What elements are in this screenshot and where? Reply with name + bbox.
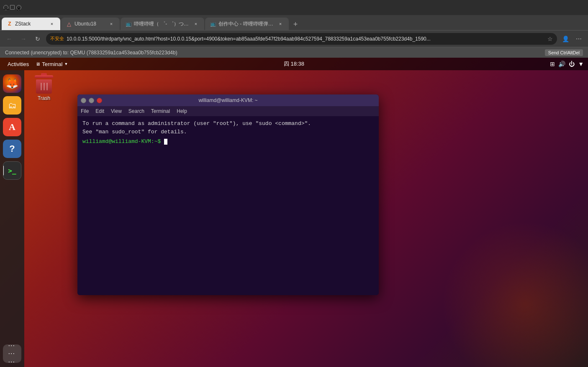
show-apps-button[interactable]: ·········	[3, 344, 21, 363]
tab-close-bili2[interactable]: ×	[277, 20, 284, 27]
dock-item-files[interactable]: 🗂	[3, 96, 21, 115]
tab-label-zstack: ZStack	[15, 21, 46, 27]
panel-clock: 四 18:38	[284, 60, 304, 68]
terminal-prompt: williamd@williamd-KVM:~$	[82, 138, 161, 145]
dock-bottom: ·········	[3, 344, 21, 367]
vnc-status-text: Connected (unencrypted) to: QEMU (788332…	[5, 50, 177, 56]
terminal-titlebar: williamd@williamd-KVM: ~	[77, 94, 379, 106]
terminal-cursor	[164, 139, 167, 145]
tab-favicon-ubuntu18: △	[66, 21, 72, 27]
tab-zstack[interactable]: Z ZStack ×	[2, 18, 60, 30]
tab-favicon-bili1: 📺	[126, 21, 131, 27]
tab-favicon-zstack: Z	[7, 21, 13, 27]
ubuntu-desktop: Activities 🖥 Terminal ▼ 四 18:38 ⊞ 🔊 ⏻ ▼ …	[0, 58, 588, 367]
reload-button[interactable]: ↻	[32, 33, 44, 45]
terminal-prompt-line: williamd@williamd-KVM:~$	[82, 138, 374, 145]
window-controls: ─ ×	[3, 5, 21, 10]
send-ctrlaltdel-button[interactable]: Send CtrlAltDel	[545, 49, 583, 56]
trash-lines	[41, 82, 48, 91]
trash-body	[36, 79, 52, 94]
vnc-banner: Connected (unencrypted) to: QEMU (788332…	[0, 47, 588, 58]
tab-close-zstack[interactable]: ×	[49, 20, 55, 27]
ubuntu-panel: Activities 🖥 Terminal ▼ 四 18:38 ⊞ 🔊 ⏻ ▼	[0, 58, 588, 70]
trash-label: Trash	[38, 95, 50, 101]
nav-bar: ← → ↻ 不安全 10.0.0.15:5000/thirdparty/vnc_…	[0, 30, 588, 47]
minimize-button[interactable]: ─	[3, 5, 8, 10]
address-text: 10.0.0.15:5000/thirdparty/vnc_auto.html?…	[67, 36, 545, 42]
tab-close-bili1[interactable]: ×	[193, 20, 199, 27]
browser-frame: ─ × Z ZStack × △ Ubuntu18 × 📺 哔哩哔哩（ ゜- ゜…	[0, 0, 588, 58]
term-menu-help[interactable]: Help	[177, 108, 187, 114]
terminal-maximize-button[interactable]	[89, 98, 94, 103]
dock-item-software-center[interactable]: A	[3, 118, 21, 136]
address-bar[interactable]: 不安全 10.0.0.15:5000/thirdparty/vnc_auto.h…	[46, 33, 557, 45]
new-tab-button[interactable]: +	[290, 18, 301, 30]
software-center-icon: A	[9, 122, 15, 133]
terminal-info-line-1: To run a command as administrator (user …	[82, 120, 374, 128]
tab-close-ubuntu18[interactable]: ×	[108, 20, 115, 27]
dock-item-help[interactable]: ?	[3, 140, 21, 158]
terminal-menu-button[interactable]: 🖥 Terminal ▼	[32, 61, 71, 67]
help-icon: ?	[9, 143, 15, 154]
title-bar: ─ ×	[0, 0, 588, 15]
back-button[interactable]: ←	[3, 33, 15, 45]
apps-grid-icon: ·········	[8, 344, 16, 363]
dock-item-firefox[interactable]: 🦊	[3, 74, 21, 93]
panel-right-icons: ⊞ 🔊 ⏻ ▼	[550, 61, 584, 67]
panel-menu-arrow[interactable]: ▼	[578, 61, 584, 67]
tab-ubuntu18[interactable]: △ Ubuntu18 ×	[61, 18, 120, 30]
tab-label-bili2: 创作中心 - 哔哩哔哩弹幕视频网	[218, 20, 275, 28]
terminal-window: williamd@williamd-KVM: ~ File Edit View …	[77, 94, 379, 295]
term-menu-search[interactable]: Search	[128, 108, 144, 114]
tab-bilibili2[interactable]: 📺 创作中心 - 哔哩哔哩弹幕视频网 ×	[205, 18, 289, 30]
profile-button[interactable]: 👤	[560, 33, 571, 45]
maximize-button[interactable]	[10, 5, 15, 10]
terminal-menu-label: Terminal	[42, 61, 62, 67]
trash-lid	[35, 75, 53, 78]
sound-icon[interactable]: 🔊	[558, 61, 565, 67]
terminal-title: williamd@williamd-KVM: ~	[198, 97, 257, 103]
terminal-menubar: File Edit View Search Terminal Help	[77, 106, 379, 116]
terminal-body[interactable]: To run a command as administrator (user …	[77, 116, 379, 295]
browser-menu-icons: 👤 ⋯	[560, 33, 585, 45]
tabs-bar: Z ZStack × △ Ubuntu18 × 📺 哔哩哔哩（ ゜- ゜）つロ …	[0, 15, 588, 30]
tab-bilibili1[interactable]: 📺 哔哩哔哩（ ゜- ゜）つロ 干杯~-bili... ×	[121, 18, 204, 30]
term-menu-terminal[interactable]: Terminal	[151, 108, 170, 114]
trash-can-graphic	[36, 75, 52, 94]
security-label: 不安全	[50, 36, 64, 42]
terminal-menu-icon: 🖥	[36, 61, 40, 66]
terminal-menu-arrow: ▼	[64, 62, 68, 66]
terminal-icon: >_	[8, 167, 16, 175]
tab-label-bili1: 哔哩哔哩（ ゜- ゜）つロ 干杯~-bili...	[134, 20, 190, 28]
term-menu-view[interactable]: View	[111, 108, 122, 114]
address-bar-icons: ☆	[547, 36, 553, 42]
tab-favicon-bili2: 📺	[210, 21, 216, 27]
forward-button[interactable]: →	[18, 33, 29, 45]
activities-button[interactable]: Activities	[4, 61, 32, 67]
trash-desktop-icon[interactable]: Trash	[29, 75, 59, 101]
firefox-icon: 🦊	[6, 78, 18, 89]
dock: 🦊 🗂 A ? >_ ·········	[0, 70, 24, 367]
bookmark-icon[interactable]: ☆	[547, 36, 553, 42]
term-menu-file[interactable]: File	[81, 108, 89, 114]
desktop-background-decoration	[442, 221, 588, 367]
tab-label-ubuntu18: Ubuntu18	[74, 21, 105, 27]
extensions-button[interactable]: ⋯	[573, 33, 585, 45]
terminal-close-button[interactable]	[97, 98, 102, 103]
term-menu-edit[interactable]: Edit	[95, 108, 104, 114]
power-icon[interactable]: ⏻	[569, 61, 575, 67]
terminal-minimize-button[interactable]	[81, 98, 86, 103]
close-window-button[interactable]: ×	[16, 5, 21, 10]
terminal-window-controls	[81, 98, 102, 103]
network-icon[interactable]: ⊞	[550, 61, 555, 67]
terminal-info-line-2: See "man sudo_root" for details.	[82, 128, 374, 136]
dock-item-terminal[interactable]: >_	[3, 161, 21, 180]
files-icon: 🗂	[8, 101, 16, 110]
